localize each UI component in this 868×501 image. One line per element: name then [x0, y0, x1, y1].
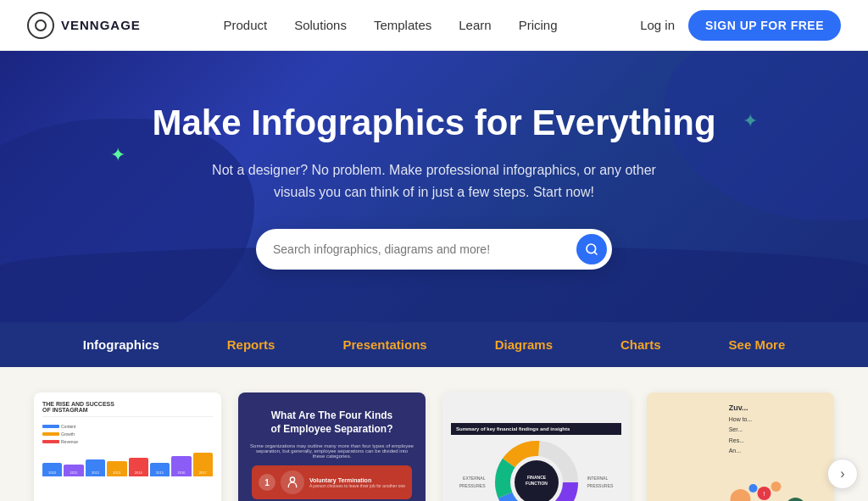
signup-button[interactable]: SIGN UP FOR FREE: [688, 10, 841, 41]
illustration-svg: !: [657, 461, 824, 501]
finance-card-title: Summary of key financial findings and in…: [451, 423, 621, 435]
hero-subtitle: Not a designer? No problem. Make profess…: [197, 159, 671, 203]
finance-external-label: EXTERNALPRESSURES: [459, 475, 486, 490]
gallery-card-illustration: Zuv...How to...Ser...Res...An... !: [647, 392, 834, 501]
search-input[interactable]: [273, 242, 576, 256]
person-icon-1: [286, 476, 299, 489]
employee-icon-1: [281, 470, 304, 494]
card-instagram-title: THE RISE AND SUCCESSOF INSTAGRAM: [42, 401, 213, 417]
navbar-right: Log in SIGN UP FOR FREE: [640, 10, 841, 41]
finance-wheel-chart: FINANCE FUNCTION: [494, 440, 579, 501]
tab-infographics[interactable]: Infographics: [49, 322, 193, 367]
logo-area: VENNGAGE: [27, 12, 141, 39]
employee-card-subtitle: Some organizations may outline many more…: [250, 443, 414, 459]
gallery: THE RISE AND SUCCESSOF INSTAGRAM Content…: [0, 367, 868, 501]
carousel-next-button[interactable]: ›: [827, 459, 858, 489]
gallery-card-finance: Summary of key financial findings and in…: [442, 392, 630, 501]
svg-point-23: [771, 482, 782, 492]
tab-see-more[interactable]: See More: [695, 322, 820, 367]
svg-point-15: [731, 489, 751, 501]
hero-title: Make Infographics for Everything: [152, 102, 715, 144]
employee-type-1: Voluntary Termination: [309, 477, 405, 483]
nav-links: Product Solutions Templates Learn Pricin…: [223, 18, 557, 32]
nav-pricing[interactable]: Pricing: [519, 18, 558, 32]
svg-text:FINANCE: FINANCE: [526, 475, 546, 480]
gallery-card-instagram: THE RISE AND SUCCESSOF INSTAGRAM Content…: [34, 392, 221, 501]
brand-name: VENNGAGE: [61, 18, 141, 32]
category-tabs: Infographics Reports Presentations Diagr…: [0, 322, 868, 367]
employee-num-1: 1: [259, 474, 275, 491]
tab-presentations[interactable]: Presentations: [309, 322, 460, 367]
hero-section: ✦ ✦ Make Infographics for Everything Not…: [0, 51, 868, 322]
svg-text:!: !: [763, 490, 765, 498]
nav-learn[interactable]: Learn: [459, 18, 491, 32]
tab-charts[interactable]: Charts: [587, 322, 695, 367]
employee-card-title: What Are The Four Kindsof Employee Separ…: [270, 409, 392, 437]
illustration-card-title: Zuv...How to...Ser...Res...An...: [729, 403, 753, 456]
nav-templates[interactable]: Templates: [374, 18, 431, 32]
employee-item-1: 1 Voluntary Termination A person chooses…: [252, 465, 412, 499]
svg-point-2: [290, 477, 294, 482]
star-icon-right: ✦: [743, 110, 758, 132]
svg-text:FUNCTION: FUNCTION: [526, 481, 548, 486]
gallery-card-employee: What Are The Four Kindsof Employee Separ…: [238, 392, 426, 501]
nav-solutions[interactable]: Solutions: [294, 18, 347, 32]
svg-line-1: [594, 252, 597, 254]
tab-reports[interactable]: Reports: [193, 322, 309, 367]
tab-diagrams[interactable]: Diagrams: [461, 322, 587, 367]
chevron-right-icon: ›: [840, 466, 844, 482]
finance-internal-label: INTERNALPRESSURES: [587, 475, 614, 490]
login-button[interactable]: Log in: [640, 18, 675, 32]
svg-point-24: [749, 484, 758, 493]
search-icon: [585, 242, 598, 256]
star-icon-left: ✦: [110, 144, 125, 166]
nav-product[interactable]: Product: [223, 18, 267, 32]
svg-point-19: [786, 498, 806, 501]
employee-desc-1: A person chooses to leave their job for …: [309, 483, 405, 488]
logo-icon: [27, 12, 54, 39]
navbar: VENNGAGE Product Solutions Templates Lea…: [0, 0, 868, 51]
search-bar: [256, 229, 612, 270]
logo-inner-circle: [35, 19, 47, 31]
search-button[interactable]: [576, 234, 607, 264]
